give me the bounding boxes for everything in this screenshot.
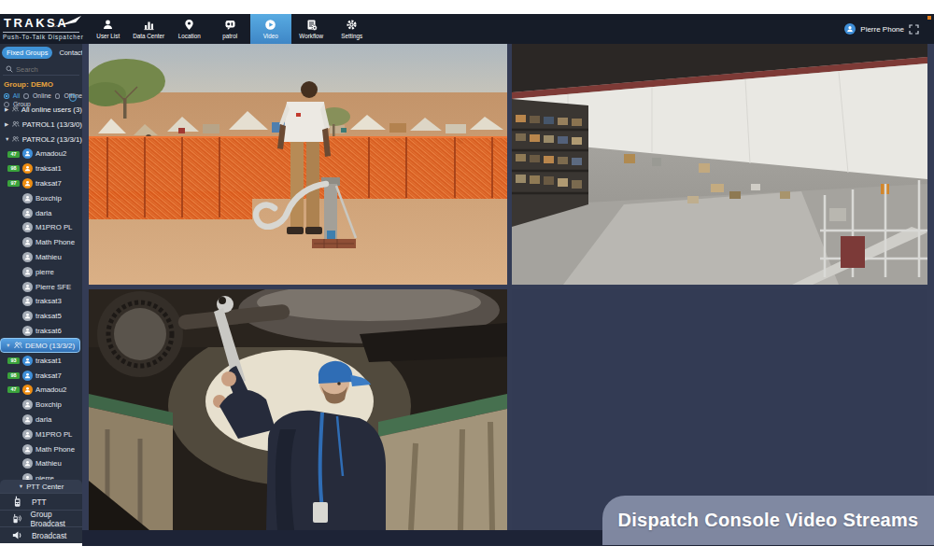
group-icon	[14, 342, 22, 349]
radio-all[interactable]	[4, 93, 9, 99]
filter-refresh-icon[interactable]	[69, 94, 77, 102]
user-avatar-icon	[22, 208, 33, 218]
dispatcher-app: TRAKSA Push-To-Talk Dispatcher User List…	[0, 14, 934, 546]
user-name: darla	[35, 209, 51, 217]
video-grid: Dispatch Console Video Streams	[82, 44, 934, 546]
nav-label: Settings	[341, 33, 362, 39]
group-row-demo-selected[interactable]: ▼DEMO (13/3/2)	[0, 338, 80, 353]
user-avatar-icon	[22, 148, 33, 159]
workflow-icon	[305, 19, 318, 31]
group-row-patrol2[interactable]: ▼PATROL2 (13/3/1)	[0, 132, 82, 147]
user-row[interactable]: traksat5	[0, 309, 82, 324]
user-row[interactable]: Boxchip	[0, 190, 82, 205]
logo-divider	[3, 32, 79, 33]
user-avatar-icon	[22, 282, 33, 292]
fullscreen-icon[interactable]	[909, 24, 919, 35]
brand-swoosh-icon	[51, 15, 83, 30]
location-pin-icon	[183, 19, 195, 31]
video-tile-mechanic[interactable]	[89, 289, 507, 530]
tab-fixed-groups[interactable]: Fixed Groups	[2, 47, 52, 59]
video-tile-warehouse[interactable]	[512, 44, 927, 285]
user-name: traksat1	[35, 164, 62, 173]
user-name: traksat7	[35, 179, 62, 188]
user-row[interactable]: 47Amadou2	[0, 147, 82, 161]
user-row[interactable]: 98traksat1	[0, 161, 82, 176]
mechanic-video-frame	[89, 289, 507, 530]
camp-video-frame	[89, 44, 507, 285]
brand-subtitle: Push-To-Talk Dispatcher	[3, 34, 84, 40]
nav-item-video[interactable]: Video	[250, 14, 291, 44]
ptt-button[interactable]: PTT	[0, 493, 82, 510]
warehouse-video-frame	[512, 44, 927, 285]
user-row[interactable]: 47Amadou2	[0, 383, 82, 398]
user-row[interactable]: 98traksat7	[0, 368, 82, 383]
nav-item-patrol[interactable]: patrol	[210, 14, 251, 44]
user-avatar-icon	[22, 326, 33, 336]
nav-item-workflow[interactable]: Workflow	[291, 14, 333, 44]
user-name: Math Phone	[35, 445, 75, 454]
user-row[interactable]: 97traksat7	[0, 176, 82, 191]
tab-contacts[interactable]: Contacts	[54, 47, 82, 59]
search-input[interactable]	[16, 65, 72, 74]
broadcast-button[interactable]: Broadcast	[0, 526, 82, 543]
battery-badge: 47	[7, 151, 20, 158]
video-tile-camp[interactable]	[89, 44, 507, 285]
user-name: M1PRO PL	[35, 430, 72, 439]
battery-badge: 97	[7, 180, 20, 187]
filter-label: Online	[33, 92, 51, 99]
user-row[interactable]: traksat6	[0, 324, 82, 339]
settings-gear-icon	[346, 19, 358, 31]
nav-item-data-center[interactable]: Data Center	[129, 14, 170, 44]
user-avatar-icon	[22, 385, 33, 395]
group-row-all-online[interactable]: ▶All online users (3)	[0, 102, 82, 117]
user-row[interactable]: Mathieu	[0, 250, 82, 265]
user-row[interactable]: Math Phone	[0, 441, 82, 456]
video-caption-banner: Dispatch Console Video Streams	[602, 496, 934, 545]
top-navbar: TRAKSA Push-To-Talk Dispatcher User List…	[0, 14, 934, 44]
user-row[interactable]: Pierre SFE	[0, 279, 82, 294]
user-row[interactable]: darla	[0, 413, 82, 427]
user-row[interactable]: M1PRO PL	[0, 220, 82, 235]
user-name: Math Phone	[35, 238, 75, 246]
data-center-icon	[143, 19, 155, 31]
user-row[interactable]: traksat3	[0, 294, 82, 309]
user-name: darla	[35, 415, 51, 424]
walkie-talkie-waves-icon	[11, 512, 22, 525]
group-broadcast-button[interactable]: Group Broadcast	[0, 510, 82, 526]
user-row[interactable]: darla	[0, 205, 82, 220]
nav-item-user-list[interactable]: User List	[88, 14, 129, 44]
radio-offline[interactable]	[55, 93, 61, 99]
user-avatar-icon	[22, 311, 33, 321]
user-row[interactable]: 93traksat1	[0, 353, 82, 368]
chevron-down-icon: ▼	[19, 483, 23, 489]
user-avatar-icon	[844, 23, 856, 35]
ptt-center-header[interactable]: ▼PTT Center	[0, 480, 82, 493]
nav-item-location[interactable]: Location	[169, 14, 210, 44]
group-icon	[12, 120, 20, 128]
group-row-patrol1[interactable]: ▶PATROL1 (13/3/0)	[0, 117, 82, 132]
user-name: Boxchip	[35, 194, 62, 203]
user-name: Amadou2	[35, 385, 66, 394]
user-row[interactable]: Boxchip	[0, 398, 82, 413]
caption-text: Dispatch Console Video Streams	[617, 510, 918, 531]
user-avatar-icon	[22, 371, 33, 381]
user-row[interactable]: Math Phone	[0, 235, 82, 250]
user-avatar-icon	[22, 444, 33, 455]
nav-label: Video	[263, 33, 278, 39]
user-row[interactable]: pierre	[0, 264, 82, 279]
user-avatar-icon	[22, 237, 33, 247]
current-user-name: Pierre Phone	[860, 25, 904, 34]
nav-item-settings[interactable]: Settings	[332, 14, 373, 44]
group-tree: ▶All online users (3) ▶PATROL1 (13/3/0) …	[0, 102, 82, 486]
user-avatar-icon	[22, 193, 33, 203]
user-row[interactable]: Mathieu	[0, 456, 82, 471]
contacts-sidebar: Fixed Groups Contacts Group: DEMO All On…	[0, 44, 82, 543]
radio-online[interactable]	[23, 93, 29, 99]
user-row[interactable]: M1PRO PL	[0, 427, 82, 441]
user-avatar-icon	[22, 178, 33, 189]
sidebar-tabs: Fixed Groups Contacts	[0, 44, 82, 60]
user-list-icon	[102, 19, 114, 31]
brand-logo: TRAKSA Push-To-Talk Dispatcher	[0, 14, 84, 44]
notification-dot	[927, 16, 931, 20]
user-name: Mathieu	[35, 459, 62, 468]
